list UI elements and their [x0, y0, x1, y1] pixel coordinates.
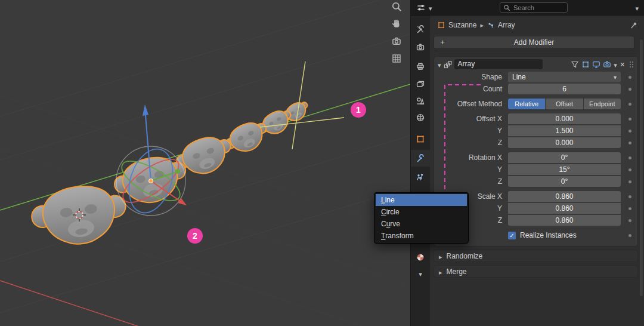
- breadcrumb-object-name[interactable]: Suzanne: [448, 21, 476, 29]
- 3d-viewport[interactable]: [0, 0, 410, 326]
- filter-funnel-icon[interactable]: [571, 60, 579, 69]
- randomize-subpanel-header[interactable]: Randomize: [434, 250, 638, 262]
- offset-x-field[interactable]: 0.000: [508, 113, 621, 124]
- pin-icon[interactable]: [630, 21, 638, 29]
- expand-chevron-icon[interactable]: [438, 59, 441, 70]
- tab-tool[interactable]: [411, 21, 430, 38]
- chevron-right-icon: [480, 21, 484, 29]
- annotation-badge-1: 1: [351, 102, 366, 118]
- shape-enum-menu: Line Circle Curve Transform: [374, 192, 469, 244]
- properties-content: Suzanne Array Add Modifier: [430, 16, 644, 326]
- shape-dropdown[interactable]: Line: [508, 72, 621, 82]
- scale-z-field[interactable]: 0.860: [508, 215, 621, 226]
- rotation-x-field[interactable]: 0°: [508, 152, 621, 163]
- properties-editor-type-icon[interactable]: [416, 3, 426, 13]
- search-placeholder: Search: [513, 4, 534, 11]
- decorate-dot[interactable]: [628, 130, 631, 133]
- decorate-dot[interactable]: [628, 234, 631, 237]
- search-input[interactable]: Search: [500, 2, 568, 13]
- tab-scene[interactable]: [411, 93, 430, 109]
- decorate-dot[interactable]: [628, 180, 631, 183]
- particles-icon: [416, 173, 425, 182]
- scale-y-field[interactable]: 0.860: [508, 203, 621, 214]
- decorate-dot[interactable]: [628, 88, 631, 91]
- offset-y-row: Y 1.500: [438, 125, 634, 136]
- rotation-z-row: Z 0°: [438, 176, 634, 187]
- decorate-dot[interactable]: [628, 168, 631, 171]
- offset-method-label: Offset Method: [438, 100, 508, 108]
- add-modifier-button[interactable]: Add Modifier: [434, 36, 634, 49]
- zoom-icon[interactable]: [391, 1, 402, 12]
- offset-method-offset-button[interactable]: Offset: [546, 99, 583, 109]
- tab-output[interactable]: [411, 58, 430, 75]
- realize-instances-checkbox[interactable]: [508, 232, 516, 239]
- editor-type-chevron-icon[interactable]: [429, 2, 432, 13]
- menu-item-curve[interactable]: Curve: [376, 218, 467, 230]
- material-sphere-icon: [416, 253, 425, 262]
- offset-x-row: Offset X 0.000: [438, 113, 634, 124]
- render-display-toggle-icon[interactable]: [603, 60, 611, 69]
- tab-render[interactable]: [411, 39, 430, 56]
- tab-particles[interactable]: [411, 169, 430, 186]
- scene-icon: [416, 96, 425, 106]
- camera-view-icon[interactable]: [391, 36, 402, 47]
- tab-view-layer[interactable]: [411, 76, 430, 93]
- drag-handle[interactable]: [629, 61, 634, 68]
- shape-row: Shape Line: [438, 72, 634, 82]
- decorate-dot[interactable]: [628, 219, 631, 222]
- offset-y-field[interactable]: 1.500: [508, 125, 621, 136]
- tab-strip-scroll-chevron[interactable]: [411, 269, 430, 278]
- decorate-dot[interactable]: [628, 142, 631, 144]
- decorate-dot[interactable]: [628, 76, 631, 79]
- modifier-name-field[interactable]: Array: [454, 59, 543, 69]
- printer-icon: [416, 61, 425, 71]
- scale-x-field[interactable]: 0.860: [508, 191, 621, 202]
- decorate-dot[interactable]: [628, 103, 631, 106]
- menu-item-line[interactable]: Line: [376, 194, 467, 206]
- offset-method-row: Offset Method Relative Offset Endpoint: [438, 99, 634, 109]
- tab-object[interactable]: [411, 131, 430, 147]
- viewport-display-toggle-icon[interactable]: [592, 60, 600, 69]
- tab-material[interactable]: [411, 249, 430, 266]
- breadcrumb: Suzanne Array: [430, 16, 644, 35]
- count-row: Count 6: [438, 84, 634, 94]
- rotation-z-field[interactable]: 0°: [508, 176, 621, 187]
- view-layer-icon: [416, 79, 425, 89]
- offset-z-label: Z: [438, 139, 508, 147]
- decorate-dot[interactable]: [628, 195, 631, 198]
- breadcrumb-modifier-name[interactable]: Array: [498, 21, 515, 29]
- offset-y-label: Y: [438, 127, 508, 135]
- rotation-y-field[interactable]: 15°: [508, 164, 621, 175]
- header-options-chevron-icon[interactable]: [635, 2, 639, 13]
- modifier-icon: [487, 21, 494, 29]
- properties-header: Search: [411, 0, 644, 16]
- properties-scrollbar[interactable]: [640, 39, 643, 296]
- object-icon: [438, 21, 445, 29]
- offset-z-field[interactable]: 0.000: [508, 137, 621, 148]
- tab-world[interactable]: [411, 109, 430, 126]
- menu-item-circle[interactable]: Circle: [376, 206, 467, 218]
- offset-method-relative-button[interactable]: Relative: [508, 99, 545, 109]
- tab-modifiers[interactable]: [411, 150, 430, 167]
- decorate-dot[interactable]: [628, 118, 631, 121]
- count-label: Count: [438, 85, 508, 93]
- delete-modifier-icon[interactable]: [620, 60, 626, 69]
- suzanne-instance-1[interactable]: [29, 180, 130, 250]
- extras-chevron-icon[interactable]: [614, 59, 617, 70]
- decorate-dot[interactable]: [628, 207, 631, 210]
- chevron-right-icon: [439, 266, 442, 277]
- properties-tab-strip: [411, 16, 430, 326]
- menu-item-transform[interactable]: Transform: [376, 230, 467, 242]
- merge-subpanel-header[interactable]: Merge: [434, 265, 638, 278]
- rotation-x-row: Rotation X 0°: [438, 152, 634, 163]
- world-globe-icon: [416, 113, 425, 122]
- offset-x-label: Offset X: [438, 115, 508, 123]
- offset-method-endpoint-button[interactable]: Endpoint: [584, 99, 621, 109]
- decorate-dot[interactable]: [628, 156, 631, 159]
- modifier-panel-header: Array: [434, 57, 637, 72]
- edit-mode-toggle-icon[interactable]: [581, 60, 590, 69]
- orthographic-grid-icon[interactable]: [391, 53, 402, 64]
- count-field[interactable]: 6: [508, 84, 621, 94]
- viewport-scene[interactable]: [0, 0, 410, 326]
- pan-hand-icon[interactable]: [391, 19, 402, 29]
